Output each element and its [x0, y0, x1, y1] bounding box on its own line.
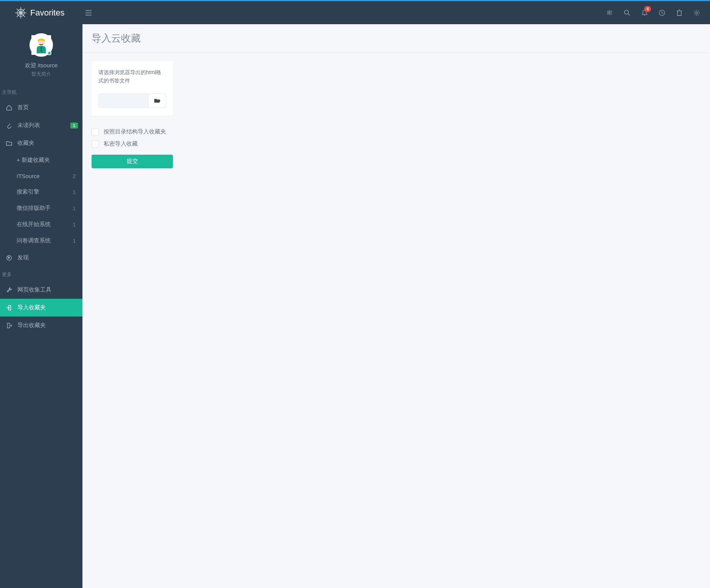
sidebar-item-collect-tool[interactable]: 网页收集工具: [0, 281, 82, 299]
avatar[interactable]: [30, 33, 53, 57]
bio-text: 暂无简介: [4, 71, 79, 78]
logo-text: Favorites: [30, 8, 64, 18]
svg-marker-20: [8, 257, 9, 258]
svg-rect-16: [40, 47, 42, 52]
sidebar: 欢迎 itsource 暂无简介 主导航 首页 未读列表 1 收藏夹 + 新建收…: [0, 24, 82, 588]
submit-button[interactable]: 提交: [92, 155, 173, 168]
file-input-row: [98, 93, 166, 108]
sidebar-folder-item[interactable]: 问卷调查系统 1: [0, 233, 82, 249]
logo-icon: [14, 6, 27, 19]
history-button[interactable]: [653, 1, 671, 24]
logo-area[interactable]: Favorites: [0, 6, 82, 19]
checkbox-private[interactable]: [92, 140, 99, 148]
menu-icon: [85, 10, 92, 16]
sidebar-folder-item[interactable]: 在线开始系统 1: [0, 216, 82, 233]
trash-button[interactable]: [671, 1, 688, 24]
home-icon: [6, 105, 12, 111]
card-instruction: 请选择浏览器导出的html格式的书签文件: [98, 68, 166, 85]
sidebar-folder-item[interactable]: ITSource 2: [0, 168, 82, 184]
sidebar-item-label: 首页: [17, 104, 78, 111]
sidebar-item-label: 导入收藏夹: [17, 304, 78, 311]
sidebar-item-new-folder[interactable]: + 新建收藏夹: [0, 152, 82, 168]
upload-card: 请选择浏览器导出的html格式的书签文件: [92, 61, 173, 116]
file-input[interactable]: [99, 94, 148, 107]
wrench-icon: [6, 287, 12, 293]
sidebar-item-home[interactable]: 首页: [0, 99, 82, 116]
search-icon: [624, 9, 631, 16]
sidebar-item-unread[interactable]: 未读列表 1: [0, 116, 82, 134]
unread-badge: 1: [70, 123, 78, 129]
status-online-dot: [47, 51, 51, 55]
sidebar-folder-item[interactable]: 微信排版助手 1: [0, 200, 82, 216]
main-content: 导入云收藏 请选择浏览器导出的html格式的书签文件 按照目录结构导入收藏夹: [82, 24, 710, 588]
checkbox-label: 私密导入收藏: [104, 140, 138, 147]
sidebar-item-label: 收藏夹: [17, 140, 78, 147]
checkbox-structure[interactable]: [92, 128, 99, 136]
import-icon: [6, 305, 12, 311]
profile-block: 欢迎 itsource 暂无简介: [0, 24, 82, 84]
page-title: 导入云收藏: [92, 32, 701, 45]
checkbox-row-structure: 按照目录结构导入收藏夹: [92, 128, 701, 136]
svg-line-10: [628, 14, 630, 16]
checkbox-row-private: 私密导入收藏: [92, 140, 701, 148]
sidebar-item-label: 网页收集工具: [17, 286, 78, 293]
page-header: 导入云收藏: [82, 24, 710, 53]
sidebar-item-import[interactable]: 导入收藏夹: [0, 299, 82, 316]
browse-button[interactable]: [148, 94, 166, 107]
svg-rect-18: [39, 44, 43, 45]
nav-header-more: 更多: [0, 267, 82, 281]
sidebar-folder-item[interactable]: 搜索引擎 1: [0, 184, 82, 200]
welcome-text: 欢迎 itsource: [4, 62, 79, 69]
settings-button[interactable]: [688, 1, 705, 24]
topbar: Favorites 瞅 4: [0, 0, 710, 24]
top-wtf-button[interactable]: 瞅: [601, 1, 618, 24]
search-button[interactable]: [618, 1, 636, 24]
svg-point-9: [625, 10, 629, 14]
notification-badge: 4: [644, 6, 651, 12]
clock-icon: [659, 9, 665, 16]
folder-open-icon: [154, 98, 161, 103]
notifications-button[interactable]: 4: [636, 1, 653, 24]
export-icon: [6, 323, 12, 329]
top-actions: 瞅 4: [601, 1, 710, 24]
sidebar-item-label: 发现: [17, 254, 78, 261]
sidebar-item-folders[interactable]: 收藏夹: [0, 134, 82, 152]
sidebar-item-label: 未读列表: [17, 122, 70, 129]
sidebar-item-label: 导出收藏夹: [17, 322, 78, 329]
compass-icon: [6, 255, 12, 261]
checkbox-label: 按照目录结构导入收藏夹: [104, 128, 166, 135]
folder-icon: [6, 141, 12, 146]
svg-point-14: [696, 12, 698, 14]
trash-icon: [676, 9, 682, 16]
gear-icon: [693, 9, 700, 16]
sidebar-item-export[interactable]: 导出收藏夹: [0, 316, 82, 334]
nav-header-main: 主导航: [0, 84, 82, 99]
sidebar-item-discover[interactable]: 发现: [0, 249, 82, 267]
hamburger-toggle[interactable]: [82, 10, 95, 16]
attachment-icon: [6, 123, 12, 129]
